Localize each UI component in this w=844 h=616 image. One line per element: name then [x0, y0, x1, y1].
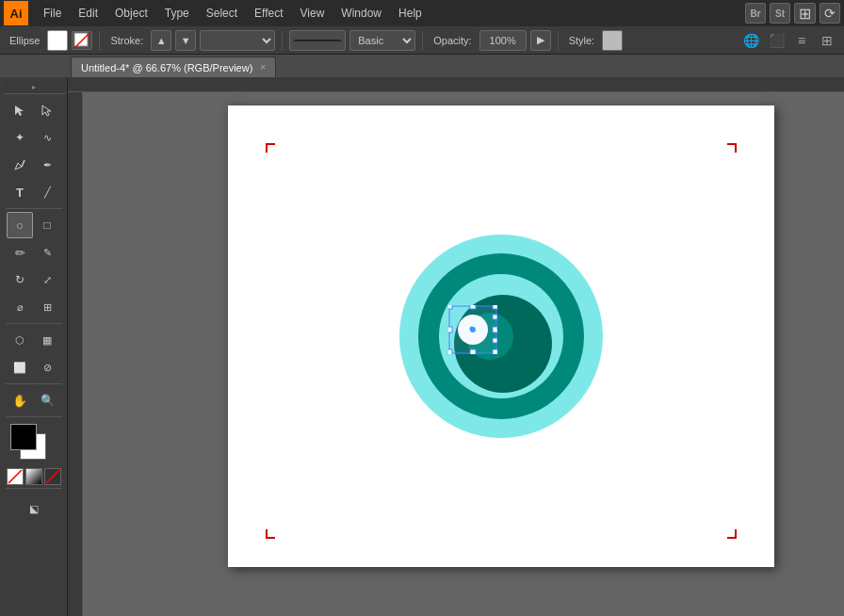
zoom-tool[interactable]: 🔍: [34, 387, 60, 413]
shape-label: Ellipse: [6, 35, 43, 46]
menu-effect[interactable]: Effect: [247, 4, 290, 23]
workspace-btn[interactable]: ⊞: [794, 3, 816, 24]
add-anchor-tool[interactable]: ✒: [34, 152, 60, 178]
svg-line-6: [46, 470, 59, 483]
tool-row-3: ✒: [7, 152, 60, 178]
globe-icon[interactable]: 🌐: [739, 29, 762, 52]
selection-svg: [448, 305, 497, 354]
stock-btn[interactable]: St: [770, 3, 790, 24]
stroke-select[interactable]: [200, 30, 275, 51]
free-transform-tool[interactable]: ⊞: [34, 294, 60, 320]
opacity-label: Opacity:: [430, 35, 475, 46]
none-color-row: [7, 468, 61, 485]
hand-tool[interactable]: ✋: [7, 387, 33, 413]
sep3: [422, 31, 423, 50]
tool-row-1: [7, 97, 60, 123]
stroke-label: Stroke:: [106, 35, 147, 46]
style-label: Style:: [565, 35, 599, 46]
slice-tool[interactable]: ⊘: [34, 354, 60, 381]
stroke-weight-down[interactable]: ▼: [175, 30, 196, 51]
tool-row-8: ⌀ ⊞: [7, 294, 60, 320]
menu-object[interactable]: Object: [107, 4, 155, 23]
pencil-tool[interactable]: ✎: [34, 239, 60, 266]
opacity-expand[interactable]: ▶: [530, 30, 551, 51]
svg-rect-16: [493, 315, 497, 319]
app-logo: Ai: [4, 1, 28, 25]
tab-bar: Untitled-4* @ 66.67% (RGB/Preview) ×: [0, 55, 844, 77]
left-toolbar: ▸ ✦ ∿ ✒ T ╱ ○ □ ✏: [0, 77, 68, 616]
document-tab[interactable]: Untitled-4* @ 66.67% (RGB/Preview) ×: [71, 57, 276, 77]
svg-rect-12: [493, 327, 497, 332]
select-tool[interactable]: [7, 97, 33, 123]
svg-rect-0: [74, 33, 88, 46]
lasso-tool[interactable]: ∿: [34, 124, 60, 151]
sep2: [282, 31, 283, 50]
tool-divider-2: [6, 323, 62, 324]
corner-mark-br: [723, 526, 737, 539]
none-swatch[interactable]: [7, 468, 24, 485]
type-tool[interactable]: T: [7, 179, 33, 205]
symbol-tool[interactable]: ⬡: [7, 327, 33, 353]
appearance-select[interactable]: Basic: [349, 30, 415, 51]
artwork: [398, 233, 605, 440]
artwork-svg: [398, 233, 605, 440]
svg-rect-11: [448, 327, 452, 332]
scale-tool[interactable]: ⤢: [34, 267, 60, 293]
stroke-weight-up[interactable]: ▲: [151, 30, 171, 51]
ellipse-tool[interactable]: ○: [7, 212, 33, 238]
tool-row-5: ○ □: [7, 212, 60, 238]
bridge-btn[interactable]: Br: [745, 3, 766, 24]
corner-mark-bl: [266, 526, 279, 539]
toolbar-row: Ellipse Stroke: ▲ ▼ Basic Opacity: 100% …: [0, 26, 844, 55]
stroke-color-btn[interactable]: [72, 31, 92, 50]
tool-row-11: ✋ 🔍: [7, 387, 60, 413]
svg-marker-2: [15, 105, 24, 116]
align-icon[interactable]: ≡: [790, 29, 813, 52]
pen-tool[interactable]: [7, 152, 33, 178]
opacity-value[interactable]: 100%: [479, 30, 527, 51]
menu-bar: Ai File Edit Object Type Select Effect V…: [0, 0, 844, 26]
rect-tool[interactable]: □: [34, 212, 60, 238]
sync-btn[interactable]: ⟳: [820, 3, 840, 24]
svg-rect-17: [493, 338, 497, 343]
svg-rect-10: [493, 305, 497, 309]
column-graph-tool[interactable]: ▦: [34, 327, 60, 353]
tool-row-7: ↻ ⤢: [7, 267, 60, 293]
rotate-tool[interactable]: ↻: [7, 267, 33, 293]
style-swatch[interactable]: [602, 30, 623, 51]
menu-file[interactable]: File: [36, 4, 69, 23]
area-type-tool[interactable]: ╱: [34, 179, 60, 205]
svg-line-5: [8, 470, 22, 483]
distribute-icon[interactable]: ⊞: [816, 29, 838, 52]
menu-type[interactable]: Type: [157, 4, 197, 23]
artboard-tool[interactable]: ⬜: [7, 354, 33, 381]
svg-line-4: [22, 160, 24, 167]
paintbrush-tool[interactable]: ✏: [7, 239, 33, 266]
none2-swatch[interactable]: [44, 468, 61, 485]
fill-color-btn[interactable]: [47, 30, 68, 51]
menu-window[interactable]: Window: [333, 4, 389, 23]
warp-tool[interactable]: ⌀: [7, 294, 33, 320]
tool-divider-5: [6, 488, 62, 489]
magic-wand-tool[interactable]: ✦: [7, 124, 33, 151]
color-swatches: [10, 424, 57, 463]
tool-row-2: ✦ ∿: [7, 124, 60, 151]
corner-mark-tr: [723, 143, 737, 156]
menu-help[interactable]: Help: [391, 4, 430, 23]
svg-rect-8: [448, 305, 452, 309]
menu-view[interactable]: View: [293, 4, 333, 23]
corner-mark-tl: [266, 143, 279, 156]
artboard: [228, 105, 774, 567]
svg-point-18: [470, 327, 475, 332]
foreground-color-swatch[interactable]: [10, 424, 37, 450]
libraries-tool[interactable]: ⬕: [10, 495, 57, 522]
canvas-area[interactable]: [68, 77, 844, 616]
tab-close-btn[interactable]: ×: [260, 62, 266, 73]
tool-row-9: ⬡ ▦: [7, 327, 60, 353]
gradient-swatch[interactable]: [25, 468, 42, 485]
arrange-icon[interactable]: ⬛: [765, 29, 787, 52]
tool-row-10: ⬜ ⊘: [7, 354, 60, 381]
menu-select[interactable]: Select: [199, 4, 245, 23]
direct-select-tool[interactable]: [34, 97, 60, 123]
menu-edit[interactable]: Edit: [71, 4, 106, 23]
